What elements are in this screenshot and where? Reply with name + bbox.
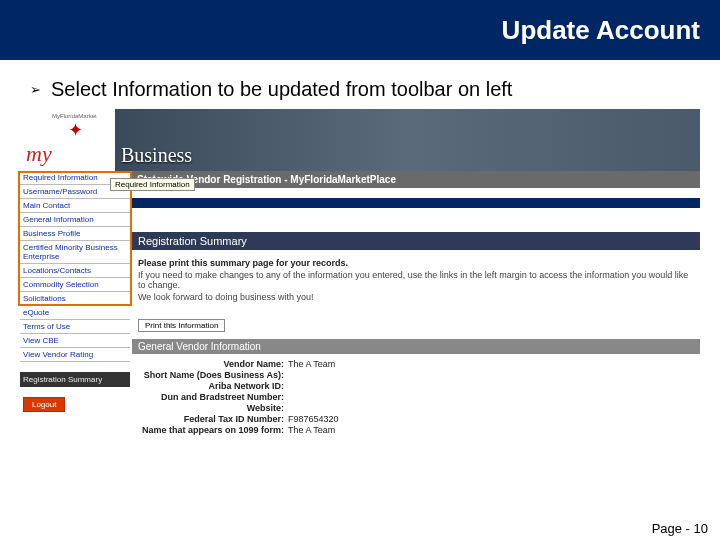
field-row: Name that appears on 1099 form:The A Tea… (138, 425, 694, 435)
blue-bar (132, 198, 700, 208)
field-label: Dun and Bradstreet Number: (138, 392, 288, 402)
sidebar-spacer (20, 362, 130, 372)
sidebar-item[interactable]: Solicitations (20, 292, 130, 306)
info-line-3: We look forward to doing business with y… (138, 292, 694, 302)
field-value: The A Team (288, 425, 335, 435)
field-row: Short Name (Does Business As): (138, 370, 694, 380)
bullet-row: ➢ Select Information to be updated from … (0, 60, 720, 107)
bullet-icon: ➢ (30, 82, 41, 97)
print-row: Print this Information (132, 310, 700, 336)
page-number: Page - 10 (652, 521, 708, 536)
logout-button[interactable]: Logout (23, 397, 65, 412)
banner-label: Business (115, 144, 192, 171)
main-title-bar: Statewide Vendor Registration - MyFlorid… (132, 171, 700, 188)
print-button[interactable]: Print this Information (138, 319, 225, 332)
sidebar: Required Information Username/Password M… (20, 171, 130, 418)
field-label: Ariba Network ID: (138, 381, 288, 391)
field-rows: Vendor Name:The A Team Short Name (Does … (132, 354, 700, 435)
tooltip: Required Information (110, 178, 195, 191)
gvi-bar: General Vendor Information (132, 339, 700, 354)
sidebar-item[interactable]: eQuote (20, 306, 130, 320)
sidebar-item[interactable]: Commodity Selection (20, 278, 130, 292)
field-label: Federal Tax ID Number: (138, 414, 288, 424)
field-row: Website: (138, 403, 694, 413)
logout-area: Logout (20, 387, 130, 418)
info-line-2: If you need to make changes to any of th… (138, 270, 694, 290)
gap (132, 208, 700, 232)
field-row: Federal Tax ID Number:F987654320 (138, 414, 694, 424)
embedded-screenshot: MyFloridaMarket ✦ my Business Required I… (20, 109, 700, 507)
field-label: Short Name (Does Business As): (138, 370, 288, 380)
sidebar-item[interactable]: Main Contact (20, 199, 130, 213)
info-text: Please print this summary page for your … (132, 250, 700, 310)
sidebar-item[interactable]: Business Profile (20, 227, 130, 241)
info-line-1: Please print this summary page for your … (138, 258, 694, 268)
field-label: Vendor Name: (138, 359, 288, 369)
sidebar-item[interactable]: Terms of Use (20, 320, 130, 334)
sidebar-item[interactable]: View Vendor Rating (20, 348, 130, 362)
slide-title: Update Account (502, 15, 700, 46)
reg-summary-bar: Registration Summary (132, 232, 700, 250)
sidebar-item[interactable]: View CBE (20, 334, 130, 348)
banner-image: Business (115, 109, 700, 171)
logo-area: MyFloridaMarket ✦ my (20, 109, 115, 171)
sidebar-item[interactable]: Certified Minority Business Enterprise (20, 241, 130, 264)
field-row: Ariba Network ID: (138, 381, 694, 391)
slide-header: Update Account (0, 0, 720, 60)
logo-script: my (26, 141, 52, 167)
star-icon: ✦ (68, 119, 83, 141)
field-value: F987654320 (288, 414, 339, 424)
field-row: Vendor Name:The A Team (138, 359, 694, 369)
sidebar-summary[interactable]: Registration Summary (20, 372, 130, 387)
field-value: The A Team (288, 359, 335, 369)
field-label: Website: (138, 403, 288, 413)
banner: MyFloridaMarket ✦ my Business (20, 109, 700, 171)
field-row: Dun and Bradstreet Number: (138, 392, 694, 402)
sidebar-item[interactable]: General Information (20, 213, 130, 227)
field-label: Name that appears on 1099 form: (138, 425, 288, 435)
main-pane: Statewide Vendor Registration - MyFlorid… (132, 171, 700, 436)
sidebar-item[interactable]: Locations/Contacts (20, 264, 130, 278)
bullet-text: Select Information to be updated from to… (51, 78, 512, 101)
